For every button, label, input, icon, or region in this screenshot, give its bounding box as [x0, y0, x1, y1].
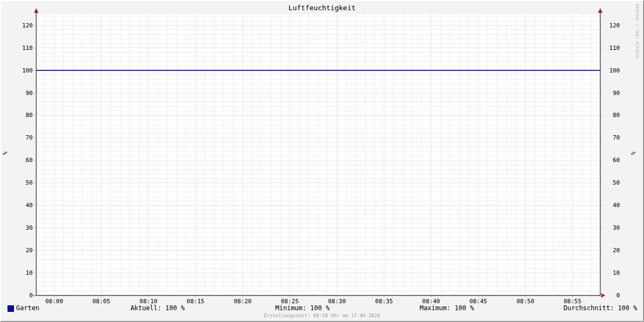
stat-minimum: Minimum: 100 %: [275, 304, 330, 312]
stat-durchschnitt: Durchschnitt: 100 %: [564, 304, 637, 312]
legend-label-garten: Garten: [16, 304, 39, 312]
y-axis-tick-label-right: 50: [613, 179, 620, 186]
chart-title: Luftfeuchtigkeit: [0, 4, 644, 12]
y-axis-tick-label-right: 0: [616, 292, 620, 299]
y-axis-tick-label-left: 90: [26, 90, 33, 97]
y-axis-tick-label-left: 110: [22, 45, 33, 52]
rrdtool-graph: 0010102020303040405050606070708080909010…: [0, 0, 644, 322]
y-axis-tick-label-left: 100: [22, 67, 33, 74]
y-axis-tick-label-right: 30: [613, 224, 620, 231]
stat-maximum: Maximum: 100 %: [420, 304, 474, 312]
legend-swatch-garten: [8, 305, 14, 312]
rrdtool-watermark: RRDTOOL / TOBI OETIKER: [635, 4, 639, 59]
y-axis-tick-label-right: 60: [613, 157, 620, 164]
y-axis-tick-label-left: 70: [26, 134, 33, 141]
y-axis-tick-label-left: 20: [26, 247, 33, 254]
y-axis-unit-label-left: %: [2, 148, 8, 159]
chart-plot-area: 0010102020303040405050606070708080909010…: [0, 0, 644, 322]
y-axis-tick-label-left: 80: [26, 112, 33, 119]
y-axis-tick-label-right: 110: [609, 45, 620, 52]
y-axis-tick-label-right: 100: [609, 67, 620, 74]
y-axis-tick-label-left: 50: [26, 179, 33, 186]
y-axis-tick-label-left: 40: [26, 202, 33, 209]
y-axis-tick-label-right: 80: [613, 112, 620, 119]
y-axis-tick-label-left: 30: [26, 224, 33, 231]
y-axis-tick-label-left: 60: [26, 157, 33, 164]
y-axis-tick-label-right: 40: [613, 202, 620, 209]
y-axis-tick-label-left: 120: [22, 22, 33, 29]
stat-aktuell: Aktuell: 100 %: [130, 304, 185, 312]
creation-timestamp: Erstellungszeit: 08:58 Uhr am 17.04.2026: [0, 313, 644, 318]
y-axis-tick-label-left: 10: [26, 269, 33, 276]
y-axis-tick-label-left: 0: [29, 292, 33, 299]
y-axis-tick-label-right: 20: [613, 247, 620, 254]
legend-row: Garten Aktuell: 100 % Minimum: 100 % Max…: [0, 304, 644, 313]
y-axis-tick-label-right: 90: [613, 90, 620, 97]
y-axis-tick-label-right: 70: [613, 134, 620, 141]
y-axis-tick-label-right: 10: [613, 269, 620, 276]
y-axis-unit-label-right: %: [630, 148, 636, 159]
y-axis-tick-label-right: 120: [609, 22, 620, 29]
